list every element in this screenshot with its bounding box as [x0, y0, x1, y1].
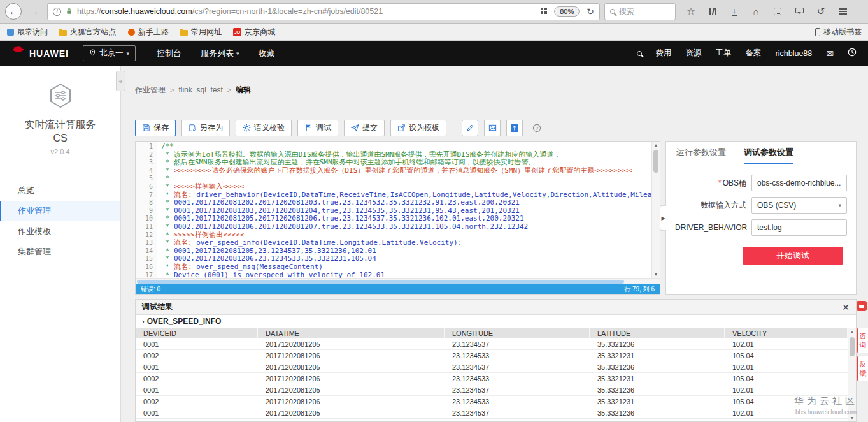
- editor-horizontal-scrollbar[interactable]: [136, 278, 660, 284]
- scroll-down-icon[interactable]: ▼: [654, 272, 658, 277]
- mobile-bookmarks[interactable]: 移动版书签: [815, 27, 862, 38]
- mail-icon[interactable]: ✉: [826, 48, 834, 59]
- table-row[interactable]: 00022017120208120623.123453335.332123110…: [136, 350, 848, 361]
- back-button[interactable]: ←: [5, 3, 22, 20]
- clock-icon[interactable]: [848, 48, 857, 59]
- scroll-up-icon[interactable]: ▲: [850, 330, 855, 334]
- toolbar-image-button[interactable]: [484, 120, 501, 136]
- floating-side-tabs: 咨询反馈: [857, 328, 868, 381]
- header-right-link[interactable]: 备案: [746, 48, 762, 59]
- line-number: 14: [136, 247, 153, 256]
- param-label: *OBS桶: [675, 178, 746, 189]
- scroll-down-icon[interactable]: ▼: [850, 416, 855, 420]
- scrollbar-thumb[interactable]: [850, 337, 855, 356]
- sidebar-item[interactable]: 总览: [0, 180, 120, 201]
- header-nav-item[interactable]: 收藏: [259, 48, 275, 59]
- toolbar-help-button[interactable]: ?: [529, 120, 545, 136]
- bookmark-item[interactable]: JD京东商城: [233, 27, 275, 38]
- sidebar-collapse-button[interactable]: «: [116, 71, 125, 91]
- huawei-logo[interactable]: HUAWEI: [11, 45, 69, 61]
- table-row[interactable]: 00022017120208120623.123453335.332123110…: [136, 373, 848, 384]
- toolbar-export-button[interactable]: [506, 120, 523, 136]
- tab-run-params[interactable]: 运行参数设置: [676, 142, 726, 164]
- breadcrumb-separator: >: [170, 86, 174, 94]
- toolbar-save-as-button[interactable]: 另存为: [181, 120, 230, 136]
- cursor-position: 行 79, 列 6: [624, 285, 655, 294]
- param-select[interactable]: OBS (CSV)▾: [751, 197, 847, 214]
- mobile-bookmarks-label: 移动版书签: [823, 27, 862, 38]
- bookmark-item[interactable]: 常用网址: [180, 27, 222, 38]
- editor-vertical-scrollbar[interactable]: ▲ ▼: [651, 142, 660, 278]
- url-bar[interactable]: i https://console.huaweicloud.com/cs/?re…: [47, 3, 600, 20]
- home-icon[interactable]: ⌂: [750, 6, 762, 17]
- region-selector[interactable]: 北京一 ▾: [83, 45, 136, 61]
- table-row[interactable]: 00012017120208120523.123453735.332123610…: [136, 384, 848, 396]
- toolbar-debug-button[interactable]: 调试: [297, 120, 338, 136]
- code-area[interactable]: /** * 该示例为IoT场景模拟。数据的输入源由DIS服务提供，输出通道由SM…: [157, 142, 651, 278]
- bookmark-item[interactable]: 火狐官方站点: [59, 27, 116, 38]
- header-right: 费用资源工单备案richblue88 ✉: [637, 48, 857, 59]
- breadcrumb-item[interactable]: 作业管理: [135, 85, 166, 96]
- param-label: DRIVER_BEHAVIOR: [675, 223, 746, 232]
- toolbar-set-template-button[interactable]: 设为模板: [390, 120, 446, 136]
- toolbar-edit-button[interactable]: [462, 120, 478, 136]
- start-debug-button[interactable]: 开始调试: [743, 247, 843, 265]
- scrollbar-thumb[interactable]: [137, 280, 624, 284]
- scrollbar-thumb[interactable]: [653, 150, 658, 173]
- scroll-up-icon[interactable]: ▲: [654, 143, 658, 147]
- table-row[interactable]: 00012017120208120523.123453735.332123610…: [136, 361, 848, 373]
- customize-icon[interactable]: [772, 6, 783, 17]
- library-icon[interactable]: [707, 6, 718, 17]
- param-value: OBS (CSV): [757, 201, 796, 210]
- forward-button[interactable]: →: [26, 3, 43, 20]
- header-right-link[interactable]: richblue88: [776, 48, 813, 59]
- header-right-link[interactable]: 工单: [716, 48, 732, 59]
- sidebar-item[interactable]: 作业模板: [0, 221, 120, 242]
- browser-search-input[interactable]: 搜索: [604, 3, 676, 20]
- param-input[interactable]: test.log: [751, 219, 847, 236]
- table-row[interactable]: 00022017120208120623.123453335.332123110…: [136, 396, 848, 407]
- nav-label: 服务列表: [201, 48, 234, 59]
- info-icon[interactable]: i: [53, 8, 61, 16]
- sync-icon[interactable]: ↺: [815, 6, 827, 17]
- sidebar-item[interactable]: 集群管理: [0, 242, 120, 262]
- table-cell: 0002: [136, 398, 258, 405]
- customer-service-icon[interactable]: [857, 301, 867, 311]
- close-icon[interactable]: ✕: [842, 303, 850, 312]
- side-tab-feedback[interactable]: 反馈: [857, 356, 868, 381]
- table-cell: 102.01: [725, 363, 848, 371]
- breadcrumb-item[interactable]: flink_sql_test: [178, 85, 222, 94]
- bookmark-star-icon[interactable]: ☆: [685, 6, 697, 17]
- header-nav-item[interactable]: 控制台: [157, 48, 181, 59]
- reload-icon[interactable]: ↻: [587, 6, 594, 17]
- breadcrumb-separator: >: [227, 86, 231, 94]
- extension-grid-icon[interactable]: [541, 8, 543, 10]
- messages-icon[interactable]: [793, 6, 805, 17]
- bookmarks-list: 最常访问火狐官方站点新手上路常用网址JD京东商城: [6, 27, 275, 38]
- panel-collapse-button[interactable]: ▶: [660, 205, 666, 231]
- toolbar-semantic-check-button[interactable]: 语义校验: [236, 120, 292, 136]
- downloads-icon[interactable]: ↓: [729, 6, 740, 17]
- toolbar-save-button[interactable]: 保存: [135, 120, 176, 136]
- sidebar-item[interactable]: 作业管理: [0, 201, 120, 221]
- bookmark-item[interactable]: 新手上路: [127, 27, 169, 38]
- side-tab-consult[interactable]: 咨询: [857, 328, 868, 353]
- editor-status-bar: 错误: 0 行 79, 列 6: [136, 284, 660, 294]
- toolbar-submit-button[interactable]: 提交: [344, 120, 385, 136]
- header-right-link[interactable]: 费用: [656, 48, 672, 59]
- console-search-icon[interactable]: [637, 49, 642, 58]
- menu-icon[interactable]: [837, 6, 848, 17]
- table-row[interactable]: 00012017120208120523.123453735.332123610…: [136, 407, 848, 419]
- bookmark-item[interactable]: 最常访问: [6, 27, 48, 38]
- header-nav-item[interactable]: 服务列表▾: [201, 48, 239, 59]
- zoom-level-badge[interactable]: 80%: [554, 6, 580, 17]
- sql-editor[interactable]: 1234567891011121314151617 /** * 该示例为IoT场…: [135, 141, 660, 295]
- tab-debug-params[interactable]: 调试参数设置: [744, 142, 793, 164]
- service-version: v2.0.4: [0, 148, 120, 156]
- param-input[interactable]: obs-css-demo-richblue...: [751, 175, 847, 191]
- results-section-toggle[interactable]: › OVER_SPEED_INFO: [136, 315, 856, 328]
- header-right-link[interactable]: 资源: [686, 48, 702, 59]
- table-cell: 0002: [136, 352, 258, 360]
- table-row[interactable]: 00012017120208120523.123453735.332123610…: [136, 338, 848, 350]
- table-row[interactable]: 00022017120208120623.123453335.332123110…: [136, 419, 848, 422]
